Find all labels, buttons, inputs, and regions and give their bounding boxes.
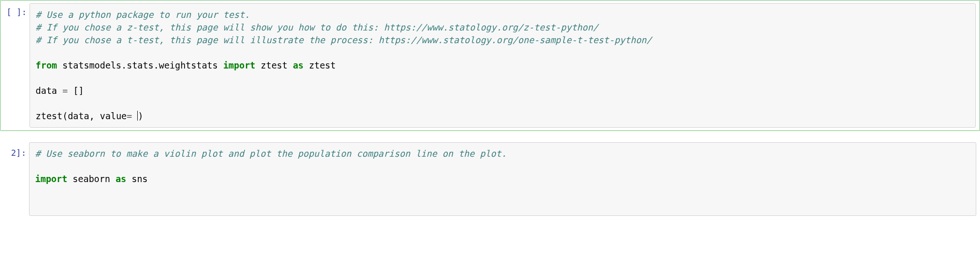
input-prompt: [ ]: — [0, 0, 30, 130]
arg-name: data — [68, 111, 89, 121]
keyword-as: as — [293, 60, 304, 70]
paren-open: ( — [62, 111, 67, 121]
module-name: seaborn — [73, 174, 110, 184]
code-cell[interactable]: 2]: # Use seaborn to make a violin plot … — [0, 139, 980, 219]
prompt-close: ]: — [16, 7, 27, 17]
code-editor[interactable]: # Use seaborn to make a violin plot and … — [29, 142, 976, 216]
paren-close: ) — [138, 111, 143, 121]
import-alias: sns — [132, 174, 148, 184]
prompt-exec-count — [11, 7, 16, 17]
comment-line: # Use a python package to run your test. — [36, 9, 250, 20]
keyword-from: from — [36, 60, 57, 70]
comment-line: # If you chose a t-test, this page will … — [36, 35, 652, 45]
comment-line: # If you chose a z-test, this page will … — [36, 22, 598, 32]
kwarg-name: value — [100, 111, 126, 121]
keyword-import: import — [35, 174, 67, 184]
input-prompt: 2]: — [0, 139, 29, 219]
keyword-import: import — [223, 60, 255, 70]
import-alias: ztest — [309, 60, 336, 70]
prompt-open-bracket: [ — [7, 7, 12, 17]
variable-name: data — [36, 85, 57, 96]
comma: , — [89, 111, 94, 121]
list-literal: [] — [73, 85, 84, 96]
operator-assign: = — [127, 111, 132, 121]
import-name: ztest — [261, 60, 288, 70]
blank-line — [35, 198, 970, 211]
keyword-as: as — [116, 174, 126, 184]
code-editor[interactable]: # Use a python package to run your test.… — [30, 3, 976, 128]
operator-assign: = — [62, 85, 67, 96]
prompt-exec-count: 2]: — [11, 148, 26, 158]
code-cell[interactable]: [ ]: # Use a python package to run your … — [0, 0, 980, 131]
comment-line: # Use seaborn to make a violin plot and … — [35, 148, 507, 159]
module-path: statsmodels.stats.weightstats — [62, 60, 218, 70]
function-name: ztest — [36, 111, 62, 121]
